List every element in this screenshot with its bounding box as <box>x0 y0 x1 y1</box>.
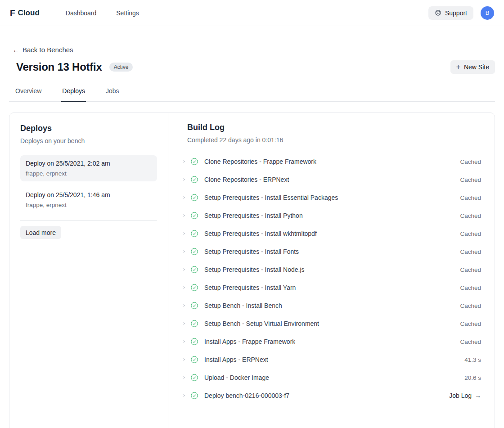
build-step-row[interactable]: Install Apps - ERPNext 41.3 s <box>182 351 481 369</box>
build-step-row[interactable]: Clone Repositories - Frappe Framework Ca… <box>182 153 481 171</box>
support-button-label: Support <box>445 9 467 17</box>
chevron-right-icon <box>182 213 187 218</box>
deploy-list: Deploy on 25/5/2021, 2:02 am frappe, erp… <box>20 155 157 213</box>
nav-dashboard[interactable]: Dashboard <box>65 7 98 19</box>
deploy-item[interactable]: Deploy on 25/5/2021, 2:02 am frappe, erp… <box>20 155 157 181</box>
build-step-label: Upload - Docker Image <box>204 374 269 381</box>
build-step-label: Setup Prerequisites - Install Python <box>204 212 303 219</box>
build-step-duration: 41.3 s <box>464 356 481 363</box>
avatar[interactable]: B <box>481 6 494 20</box>
build-step-status: Cached <box>460 194 481 201</box>
build-step-row[interactable]: Install Apps - Frappe Framework Cached <box>182 333 481 351</box>
build-step-row[interactable]: Setup Bench - Setup Virtual Environment … <box>182 315 481 333</box>
job-log-link-label: Job Log <box>449 392 472 399</box>
build-steps-list: Clone Repositories - Frappe Framework Ca… <box>182 153 481 405</box>
new-site-button-label: New Site <box>464 63 489 71</box>
build-log-subtitle: Completed 22 days ago in 0:01:16 <box>187 136 481 144</box>
tab-jobs[interactable]: Jobs <box>105 86 120 102</box>
build-step-row[interactable]: Setup Prerequisites - Install Python Cac… <box>182 207 481 225</box>
primary-nav: Dashboard Settings <box>65 7 140 19</box>
check-circle-icon <box>190 356 198 364</box>
build-step-row[interactable]: Clone Repositories - ERPNext Cached <box>182 171 481 189</box>
build-step-label: Setup Bench - Setup Virtual Environment <box>204 320 319 327</box>
check-circle-icon <box>190 248 198 256</box>
lifebuoy-icon <box>435 9 441 16</box>
build-step-row[interactable]: Setup Bench - Install Bench Cached <box>182 297 481 315</box>
chevron-right-icon <box>182 231 187 236</box>
nav-settings[interactable]: Settings <box>115 7 140 19</box>
build-step-duration: 20.6 s <box>464 374 481 381</box>
back-link[interactable]: ← Back to Benches <box>13 46 73 54</box>
build-step-label: Setup Prerequisites - Install Yarn <box>204 284 296 291</box>
build-step-label: Setup Prerequisites - Install Essential … <box>204 194 338 201</box>
build-step-label: Setup Prerequisites - Install Node.js <box>204 266 305 273</box>
build-step-status: Cached <box>460 176 481 183</box>
deploys-panel-subtitle: Deploys on your bench <box>20 137 157 144</box>
check-circle-icon <box>190 338 198 346</box>
build-step-label: Clone Repositories - ERPNext <box>204 176 289 183</box>
chevron-right-icon <box>182 249 187 254</box>
tab-deploys[interactable]: Deploys <box>61 86 86 102</box>
chevron-right-icon <box>182 303 187 308</box>
chevron-right-icon <box>182 357 187 362</box>
build-step-row[interactable]: Setup Prerequisites - Install wkhtmltopd… <box>182 225 481 243</box>
build-step-row[interactable]: Setup Prerequisites - Install Fonts Cach… <box>182 243 481 261</box>
build-step-label: Deploy bench-0216-000003-f7 <box>204 392 289 399</box>
deploy-item-title: Deploy on 25/5/2021, 1:46 am <box>26 191 152 198</box>
build-step-row[interactable]: Setup Prerequisites - Install Node.js Ca… <box>182 261 481 279</box>
build-step-status: Cached <box>460 284 481 291</box>
build-step-row[interactable]: Setup Prerequisites - Install Essential … <box>182 189 481 207</box>
build-step-status: Cached <box>460 248 481 255</box>
check-circle-icon <box>190 302 198 310</box>
chevron-right-icon <box>182 339 187 344</box>
deploys-panel-title: Deploys <box>20 124 157 133</box>
check-circle-icon <box>190 320 198 328</box>
chevron-right-icon <box>182 267 187 272</box>
deploy-item[interactable]: Deploy on 25/5/2021, 1:46 am frappe, erp… <box>20 187 157 213</box>
new-site-button[interactable]: + New Site <box>450 60 495 74</box>
back-link-label: Back to Benches <box>22 46 73 54</box>
chevron-right-icon <box>182 177 187 182</box>
plus-icon: + <box>456 63 460 71</box>
check-circle-icon <box>190 284 198 292</box>
job-log-link[interactable]: Job Log → <box>449 392 481 399</box>
deploy-item-title: Deploy on 25/5/2021, 2:02 am <box>26 160 152 167</box>
chevron-right-icon <box>182 375 187 380</box>
check-circle-icon <box>190 266 198 274</box>
deploys-card: Deploys Deploys on your bench Deploy on … <box>9 113 495 428</box>
check-circle-icon <box>190 176 198 184</box>
build-step-status: Cached <box>460 302 481 309</box>
app-logo-label: Cloud <box>18 9 40 18</box>
build-step-row[interactable]: Upload - Docker Image 20.6 s <box>182 369 481 387</box>
tab-overview[interactable]: Overview <box>14 86 42 102</box>
build-step-status: Cached <box>460 212 481 219</box>
build-step-row[interactable]: Setup Prerequisites - Install Yarn Cache… <box>182 279 481 297</box>
build-log-title: Build Log <box>187 123 481 132</box>
page-content: ← Back to Benches Version 13 Hotfix Acti… <box>0 26 504 428</box>
app-logo[interactable]: F Cloud <box>10 9 40 18</box>
page-header: Version 13 Hotfix Active + New Site <box>9 60 495 74</box>
check-circle-icon <box>190 374 198 382</box>
support-button[interactable]: Support <box>428 6 473 20</box>
build-step-label: Clone Repositories - Frappe Framework <box>204 158 316 165</box>
build-log-panel: Build Log Completed 22 days ago in 0:01:… <box>168 113 495 428</box>
divider <box>20 220 157 221</box>
build-step-label: Setup Prerequisites - Install Fonts <box>204 248 299 255</box>
deploy-item-apps: frappe, erpnext <box>26 170 152 177</box>
navbar: F Cloud Dashboard Settings Support B <box>0 0 504 26</box>
check-circle-icon <box>190 194 198 202</box>
chevron-right-icon <box>182 195 187 200</box>
build-step-label: Install Apps - Frappe Framework <box>204 338 295 345</box>
frappe-logo-icon: F <box>10 9 15 17</box>
page-title: Version 13 Hotfix <box>16 61 102 73</box>
build-step-label: Setup Prerequisites - Install wkhtmltopd… <box>204 230 317 237</box>
tab-bar: Overview Deploys Jobs <box>9 86 495 102</box>
deploys-panel: Deploys Deploys on your bench Deploy on … <box>9 113 168 428</box>
arrow-right-icon: → <box>475 392 481 399</box>
build-step-row[interactable]: Deploy bench-0216-000003-f7 Job Log → <box>182 387 481 405</box>
build-step-status: Cached <box>460 320 481 327</box>
build-step-status: Cached <box>460 158 481 165</box>
load-more-button[interactable]: Load more <box>20 226 61 239</box>
chevron-right-icon <box>182 159 187 164</box>
check-circle-icon <box>190 158 198 166</box>
